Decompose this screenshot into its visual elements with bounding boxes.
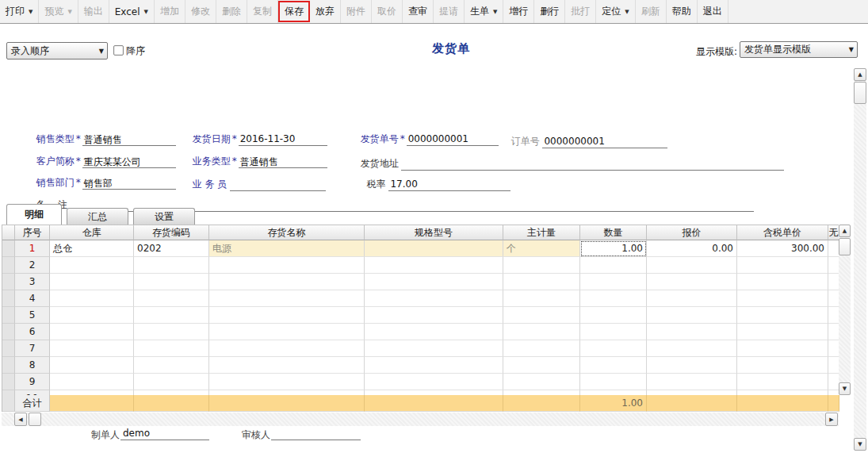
column-header[interactable]: 报价 — [647, 225, 737, 240]
grid-cell[interactable]: 个 — [503, 240, 580, 257]
grid-cell[interactable] — [134, 257, 209, 274]
grid-cell[interactable] — [134, 307, 209, 324]
grid-hscroll-thumb[interactable] — [29, 413, 41, 426]
grid-cell[interactable] — [50, 340, 134, 357]
column-header[interactable]: 无 — [828, 225, 839, 240]
grid-cell[interactable] — [365, 257, 503, 274]
grid-cell[interactable] — [647, 307, 737, 324]
grid-cell[interactable] — [50, 307, 134, 324]
grid-cell[interactable] — [365, 324, 503, 340]
row-number[interactable]: 4 — [15, 290, 50, 307]
grid-scroll-left-icon[interactable]: ◀ — [14, 413, 27, 426]
grid-cell[interactable]: 300.00 — [737, 240, 828, 257]
row-number[interactable]: 3 — [15, 274, 50, 290]
ship-no-input[interactable]: 0000000001 — [407, 133, 499, 146]
grid-cell[interactable]: 0.00 — [647, 240, 737, 257]
toolbar-button-exit[interactable]: 退出 — [698, 0, 728, 23]
grid-cell[interactable] — [737, 324, 828, 340]
grid-cell[interactable]: 电源 — [209, 240, 365, 257]
column-header[interactable]: 序号 — [15, 225, 50, 240]
grid-cell[interactable] — [50, 290, 134, 307]
grid-scroll-up-icon[interactable]: ▲ — [839, 225, 851, 237]
toolbar-button-delete-row[interactable]: 删行 — [534, 0, 565, 23]
grid-cell[interactable] — [209, 324, 365, 340]
row-indicator[interactable] — [2, 257, 15, 274]
grid-cell[interactable] — [737, 340, 828, 357]
grid-cell[interactable] — [580, 257, 647, 274]
row-indicator[interactable] — [2, 240, 15, 257]
toolbar-button-print[interactable]: 打印▼ — [0, 0, 39, 23]
row-number[interactable]: 8 — [15, 357, 50, 374]
row-indicator[interactable] — [2, 290, 15, 307]
grid-cell[interactable] — [737, 357, 828, 374]
row-indicator[interactable] — [2, 374, 15, 390]
grid-cell[interactable] — [503, 290, 580, 307]
grid-cell[interactable] — [580, 274, 647, 290]
column-header[interactable]: 主计量 — [503, 225, 580, 240]
grid-cell[interactable] — [503, 340, 580, 357]
grid-cell[interactable] — [647, 357, 737, 374]
tab-detail[interactable]: 明细 — [6, 204, 62, 225]
display-template-select[interactable]: 发货单显示模版 ▼ — [740, 41, 858, 58]
grid-cell[interactable] — [50, 257, 134, 274]
toolbar-button-abandon[interactable]: 放弃 — [310, 0, 341, 23]
grid-cell[interactable] — [580, 290, 647, 307]
grid-cell[interactable] — [50, 274, 134, 290]
grid-cell[interactable] — [580, 374, 647, 390]
grid-cell[interactable]: 总仓 — [50, 240, 134, 257]
grid-cell[interactable] — [737, 274, 828, 290]
column-header[interactable]: 存货编码 — [134, 225, 209, 240]
grid-cell[interactable] — [134, 340, 209, 357]
grid-cell[interactable] — [134, 374, 209, 390]
grid-cell[interactable] — [209, 257, 365, 274]
row-number[interactable]: 7 — [15, 340, 50, 357]
grid-cell[interactable] — [580, 340, 647, 357]
grid-cell[interactable] — [365, 307, 503, 324]
toolbar-button-excel[interactable]: Excel▼ — [109, 0, 155, 23]
toolbar-button-help[interactable]: 帮助 — [667, 0, 698, 23]
page-vscrollbar[interactable] — [854, 68, 866, 451]
grid-cell[interactable] — [828, 290, 839, 307]
grid-cell[interactable] — [828, 357, 839, 374]
toolbar-button-locate[interactable]: 定位▼ — [596, 0, 635, 23]
grid-cell[interactable] — [365, 374, 503, 390]
column-header[interactable]: 规格型号 — [365, 225, 503, 240]
grid-cell[interactable] — [134, 274, 209, 290]
toolbar-button-save[interactable]: 保存 — [278, 1, 310, 22]
grid-cell[interactable] — [209, 307, 365, 324]
grid-cell[interactable] — [365, 240, 503, 257]
row-indicator[interactable] — [2, 340, 15, 357]
row-indicator[interactable] — [2, 324, 15, 340]
grid-cell[interactable] — [647, 290, 737, 307]
grid-cell[interactable] — [503, 374, 580, 390]
column-header[interactable]: 存货名称 — [209, 225, 365, 240]
row-indicator[interactable] — [2, 274, 15, 290]
grid-cell[interactable] — [209, 340, 365, 357]
grid-cell[interactable] — [580, 357, 647, 374]
grid-cell[interactable] — [828, 307, 839, 324]
grid-cell[interactable] — [647, 274, 737, 290]
grid-cell[interactable] — [737, 374, 828, 390]
row-number[interactable]: 2 — [15, 257, 50, 274]
grid-cell[interactable] — [580, 324, 647, 340]
grid-cell[interactable] — [503, 257, 580, 274]
grid-cell[interactable] — [828, 257, 839, 274]
page-scroll-down-icon[interactable]: ▼ — [854, 438, 866, 451]
grid-cell[interactable] — [828, 374, 839, 390]
grid-cell[interactable] — [503, 274, 580, 290]
grid-cell[interactable] — [365, 274, 503, 290]
grid-cell[interactable] — [50, 357, 134, 374]
grid-cell[interactable] — [580, 307, 647, 324]
column-header[interactable]: 数量 — [580, 225, 647, 240]
grid-vscroll-thumb[interactable] — [839, 238, 851, 255]
row-indicator[interactable] — [2, 357, 15, 374]
row-number[interactable]: 9 — [15, 374, 50, 390]
toolbar-button-audit-check[interactable]: 查审 — [403, 0, 434, 23]
grid-cell[interactable] — [737, 290, 828, 307]
row-indicator[interactable] — [2, 307, 15, 324]
grid-cell[interactable] — [365, 290, 503, 307]
descending-checkbox[interactable] — [113, 45, 124, 56]
column-header[interactable]: 仓库 — [50, 225, 134, 240]
grid-cell[interactable] — [50, 324, 134, 340]
grid-cell[interactable] — [647, 374, 737, 390]
